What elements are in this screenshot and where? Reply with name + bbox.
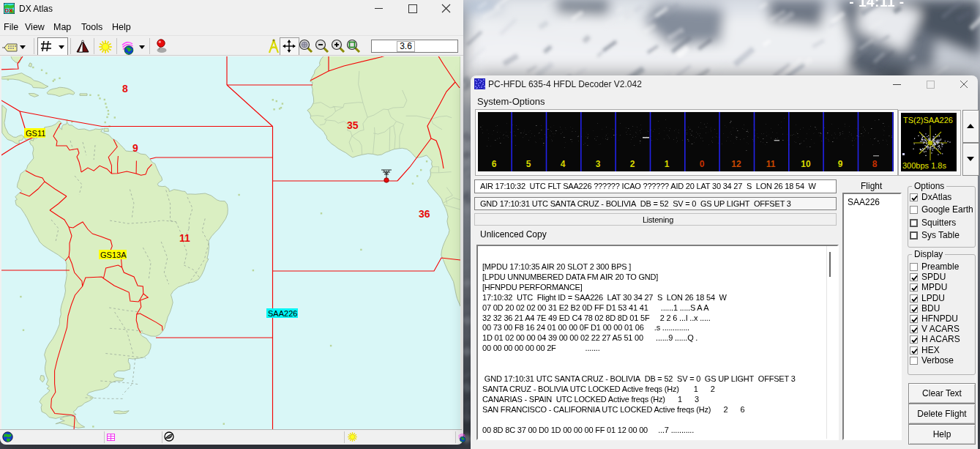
svg-text:12: 12 [731,159,741,169]
svg-text:300bps 1.8s: 300bps 1.8s [902,161,946,170]
svg-text:9: 9 [132,142,138,154]
svg-text:1: 1 [665,159,670,169]
svg-text:11: 11 [179,232,190,244]
svg-text:GS11: GS11 [26,129,45,138]
svg-text:6: 6 [492,159,497,169]
svg-text:5: 5 [526,159,531,169]
svg-text:11: 11 [766,159,776,169]
svg-text:TS(2)SAA226: TS(2)SAA226 [903,116,953,125]
svg-text:8: 8 [122,83,128,94]
svg-text:2: 2 [630,159,635,169]
svg-text:0: 0 [700,159,705,169]
svg-text:3: 3 [596,159,601,169]
svg-text:DX: DX [5,7,14,14]
svg-text:35: 35 [347,119,359,131]
svg-text:8: 8 [872,159,878,169]
svg-text:4: 4 [561,159,566,169]
svg-text:SAA226: SAA226 [268,309,297,318]
svg-text:10: 10 [801,159,811,169]
svg-text:9: 9 [838,159,843,169]
svg-text:GS13A: GS13A [100,251,127,259]
svg-text:36: 36 [419,208,430,220]
